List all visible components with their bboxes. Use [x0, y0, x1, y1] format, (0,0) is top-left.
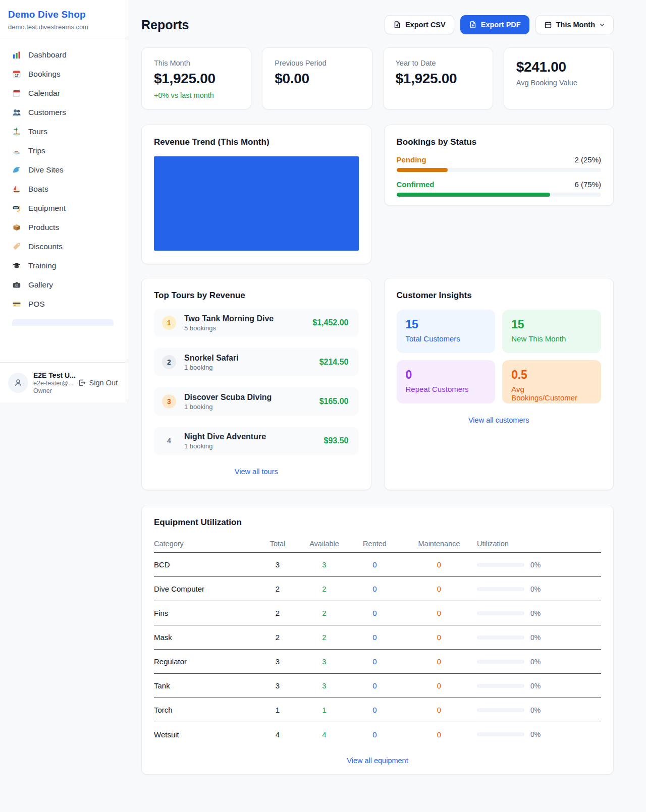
sidebar-item-boats[interactable]: Boats	[6, 180, 120, 199]
file-download-icon	[393, 21, 401, 29]
customers-icon	[12, 108, 21, 117]
tours-icon	[12, 127, 21, 136]
tile-value: 15	[406, 318, 487, 331]
table-row: Regulator 3 3 0 0 0%	[154, 650, 601, 674]
sidebar-item-customers[interactable]: Customers	[6, 103, 120, 122]
user-role: Owner	[33, 387, 73, 394]
sidebar-item-equipment[interactable]: Equipment	[6, 199, 120, 218]
equipment-maintenance: 0	[401, 609, 477, 617]
dive-sites-icon	[12, 165, 21, 175]
tour-amount: $93.50	[324, 436, 349, 445]
page-title: Reports	[141, 18, 189, 32]
sidebar-item-label: POS	[28, 300, 45, 309]
sidebar-item-discounts[interactable]: Discounts	[6, 237, 120, 256]
tour-name: Two Tank Morning Dive	[184, 314, 304, 323]
equipment-icon	[12, 204, 21, 213]
rank-badge: 4	[162, 434, 176, 448]
tile-avg-bookings: 0.5 Avg Bookings/Customer	[502, 360, 601, 403]
column-header: Maintenance	[401, 540, 477, 548]
equipment-total: 3	[255, 560, 300, 569]
header-actions: Export CSV Export PDF This Month	[385, 15, 614, 34]
export-csv-label: Export CSV	[405, 21, 446, 29]
sidebar-item-reports-partial[interactable]	[12, 319, 114, 326]
revenue-trend-panel: Revenue Trend (This Month)	[141, 125, 371, 264]
tile-value: 0.5	[511, 368, 592, 382]
user-info: E2E Test U... e2e-tester@... Owner	[33, 371, 73, 394]
tour-row: 1 Two Tank Morning Dive 5 bookings $1,45…	[154, 309, 359, 337]
export-pdf-button[interactable]: Export PDF	[460, 15, 529, 34]
sidebar-item-dashboard[interactable]: Dashboard	[6, 45, 120, 65]
column-header: Utilization	[477, 540, 601, 548]
customer-insights-title: Customer Insights	[397, 291, 602, 301]
view-all-equipment-link[interactable]: View all equipment	[154, 757, 601, 765]
stat-value: $1,925.00	[396, 71, 480, 87]
sidebar-item-pos[interactable]: POS	[6, 295, 120, 314]
equipment-category: Torch	[154, 706, 255, 714]
sidebar-item-dive-sites[interactable]: Dive Sites	[6, 160, 120, 180]
table-row: Dive Computer 2 2 0 0 0%	[154, 577, 601, 601]
sidebar-item-bookings[interactable]: 17 Bookings	[6, 65, 120, 84]
period-dropdown[interactable]: This Month	[535, 15, 614, 34]
sidebar: Demo Dive Shop demo.test.divestreams.com…	[0, 0, 126, 402]
person-icon	[13, 378, 23, 388]
sidebar-header: Demo Dive Shop demo.test.divestreams.com	[0, 0, 126, 38]
file-download-icon	[469, 21, 477, 29]
sidebar-item-label: Equipment	[28, 204, 66, 213]
equipment-utilization-panel: Equipment Utilization Category Total Ava…	[141, 505, 614, 775]
sign-out-button[interactable]: Sign Out	[78, 379, 118, 387]
utilization-bar-track	[477, 611, 524, 615]
equipment-rented: 0	[348, 681, 401, 690]
status-label: Confirmed	[397, 180, 435, 189]
tile-label: Total Customers	[406, 334, 487, 343]
sidebar-item-calendar[interactable]: Calendar	[6, 84, 120, 103]
tour-row: 2 Snorkel Safari 1 booking $214.50	[154, 348, 359, 376]
equipment-category: Dive Computer	[154, 585, 255, 593]
utilization-percent: 0%	[530, 682, 541, 690]
equipment-maintenance: 0	[401, 730, 477, 739]
bookings-icon: 17	[12, 70, 21, 79]
utilization-percent: 0%	[530, 730, 541, 738]
utilization-bar-track	[477, 563, 524, 567]
equipment-rented: 0	[348, 609, 401, 617]
status-value: 6 (75%)	[574, 180, 601, 189]
page-header: Reports Export CSV Export PDF This Month	[141, 15, 614, 34]
main-content: Reports Export CSV Export PDF This Month…	[126, 0, 646, 775]
equipment-rented: 0	[348, 657, 401, 666]
column-header: Available	[300, 540, 348, 548]
status-row-confirmed: Confirmed 6 (75%)	[397, 180, 602, 197]
equipment-total: 2	[255, 609, 300, 617]
equipment-utilization: 0%	[477, 730, 601, 738]
utilization-percent: 0%	[530, 561, 541, 569]
user-email: e2e-tester@...	[33, 380, 73, 387]
period-label: This Month	[556, 21, 595, 29]
status-bar-track	[397, 168, 602, 172]
equipment-category: Wetsuit	[154, 730, 255, 739]
sidebar-item-training[interactable]: Training	[6, 256, 120, 275]
table-row: BCD 3 3 0 0 0%	[154, 553, 601, 577]
sidebar-item-trips[interactable]: Trips	[6, 141, 120, 160]
tour-row: 4 Night Dive Adventure 1 booking $93.50	[154, 427, 359, 455]
equipment-rented: 0	[348, 585, 401, 593]
equipment-total: 3	[255, 657, 300, 666]
sidebar-item-products[interactable]: Products	[6, 218, 120, 237]
sidebar-item-tours[interactable]: Tours	[6, 122, 120, 141]
utilization-percent: 0%	[530, 585, 541, 593]
equipment-utilization-title: Equipment Utilization	[154, 517, 601, 528]
tile-value: 0	[406, 368, 487, 382]
table-row: Torch 1 1 0 0 0%	[154, 698, 601, 722]
equipment-maintenance: 0	[401, 706, 477, 714]
view-all-customers-link[interactable]: View all customers	[397, 416, 602, 424]
utilization-bar-track	[477, 587, 524, 591]
utilization-percent: 0%	[530, 633, 541, 642]
equipment-total: 2	[255, 633, 300, 642]
shop-name: Demo Dive Shop	[8, 9, 118, 20]
revenue-trend-title: Revenue Trend (This Month)	[154, 137, 359, 147]
equipment-rented: 0	[348, 560, 401, 569]
equipment-maintenance: 0	[401, 560, 477, 569]
view-all-tours-link[interactable]: View all tours	[154, 468, 359, 476]
sidebar-item-gallery[interactable]: Gallery	[6, 275, 120, 295]
tour-row: 3 Discover Scuba Diving 1 booking $165.0…	[154, 387, 359, 416]
equipment-available: 2	[300, 609, 348, 617]
export-csv-button[interactable]: Export CSV	[385, 15, 454, 34]
top-tours-panel: Top Tours by Revenue 1 Two Tank Morning …	[141, 278, 371, 490]
